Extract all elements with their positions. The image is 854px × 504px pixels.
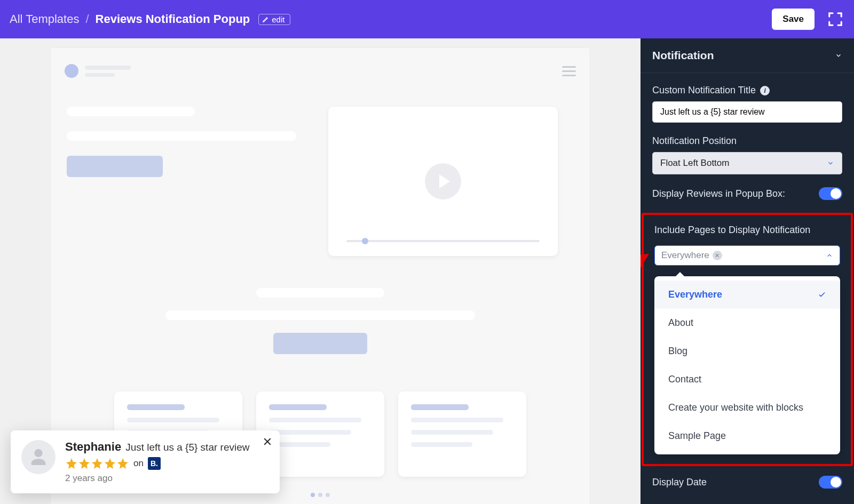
- dropdown-option-about[interactable]: About: [654, 309, 840, 337]
- preview-placeholder: [269, 418, 361, 422]
- star-icon: [78, 457, 91, 470]
- preview-button-placeholder: [67, 156, 163, 177]
- panel-header-notification[interactable]: Notification: [640, 38, 854, 73]
- dropdown-option-blog[interactable]: Blog: [654, 337, 840, 365]
- dropdown-option-contact[interactable]: Contact: [654, 365, 840, 394]
- preview-placeholder: [269, 430, 351, 435]
- dropdown-option-everywhere[interactable]: Everywhere: [654, 281, 840, 309]
- settings-sidebar: Notification Custom Notification Title i…: [640, 38, 854, 504]
- preview-placeholder: [67, 131, 296, 141]
- hamburger-icon: [562, 66, 576, 76]
- app-header: All Templates / Reviews Notification Pop…: [0, 0, 854, 38]
- preview-placeholder: [127, 404, 185, 410]
- panel-title: Notification: [652, 49, 714, 62]
- display-date-toggle[interactable]: [819, 476, 842, 489]
- include-pages-label: Include Pages to Display Notification: [654, 225, 840, 236]
- person-icon: [28, 446, 49, 468]
- include-pages-dropdown: Everywhere About Blog Contact Create you…: [654, 276, 840, 454]
- pencil-icon: [262, 15, 270, 23]
- position-label: Notification Position: [652, 135, 842, 147]
- edit-label: edit: [272, 15, 284, 24]
- star-icon: [65, 457, 78, 470]
- close-popup-button[interactable]: [263, 436, 272, 450]
- custom-title-input[interactable]: [652, 101, 842, 123]
- review-source-label: on: [133, 458, 144, 469]
- review-message: Just left us a {5} star review: [125, 442, 249, 453]
- breadcrumb-separator: /: [85, 12, 89, 26]
- preview-placeholder: [165, 310, 475, 320]
- option-label: About: [668, 317, 693, 329]
- preview-placeholder: [411, 418, 503, 422]
- position-value: Float Left Bottom: [660, 158, 729, 169]
- label-text: Custom Notification Title: [652, 85, 756, 96]
- close-icon: [263, 437, 272, 446]
- chevron-up-icon: [826, 252, 833, 259]
- preview-video-placeholder: [328, 107, 558, 256]
- review-notification-popup: Stephanie Just left us a {5} star review…: [11, 430, 280, 493]
- source-badge: B.: [148, 457, 161, 470]
- play-icon: [425, 163, 461, 199]
- preview-placeholder: [85, 66, 131, 70]
- preview-placeholder: [269, 404, 327, 410]
- chevron-down-icon: [827, 159, 834, 167]
- dropdown-option-sample-page[interactable]: Sample Page: [654, 422, 840, 450]
- svg-line-0: [640, 255, 646, 303]
- include-pages-multiselect[interactable]: Everywhere ✕: [654, 245, 840, 266]
- display-date-label: Display Date: [652, 477, 707, 488]
- preview-placeholder: [67, 107, 195, 116]
- dropdown-option-create-website[interactable]: Create your website with blocks: [654, 394, 840, 422]
- check-icon: [818, 291, 826, 299]
- pagination-dots: [51, 493, 590, 497]
- avatar: [21, 440, 56, 474]
- review-timestamp: 2 years ago: [65, 473, 269, 484]
- preview-placeholder: [411, 404, 469, 410]
- custom-title-label: Custom Notification Title i: [652, 85, 842, 96]
- position-select[interactable]: Float Left Bottom: [652, 152, 842, 174]
- breadcrumb: All Templates / Reviews Notification Pop…: [10, 12, 290, 26]
- preview-placeholder: [127, 418, 219, 422]
- star-icon: [91, 457, 104, 470]
- page-title: Reviews Notification Popup: [96, 12, 250, 26]
- preview-placeholder: [85, 73, 115, 77]
- star-rating: [65, 457, 129, 470]
- selected-chip[interactable]: Everywhere ✕: [661, 250, 722, 261]
- reviewer-name: Stephanie: [65, 440, 121, 454]
- star-icon: [104, 457, 116, 470]
- display-popup-label: Display Reviews in Popup Box:: [652, 188, 785, 199]
- remove-chip-icon[interactable]: ✕: [713, 251, 722, 260]
- option-label: Everywhere: [668, 289, 722, 300]
- chip-label: Everywhere: [661, 250, 709, 261]
- preview-placeholder: [411, 442, 472, 447]
- preview-placeholder: [411, 430, 493, 435]
- option-label: Contact: [668, 374, 701, 385]
- preview-card: [398, 391, 526, 477]
- preview-logo-placeholder: [65, 64, 78, 78]
- preview-placeholder: [256, 288, 384, 298]
- chevron-down-icon: [835, 52, 842, 59]
- fullscreen-button[interactable]: [826, 10, 844, 28]
- breadcrumb-root[interactable]: All Templates: [10, 12, 79, 26]
- option-label: Create your website with blocks: [668, 402, 803, 413]
- annotation-arrow: [640, 252, 652, 306]
- preview-progress: [346, 240, 540, 242]
- star-icon: [116, 457, 129, 470]
- option-label: Blog: [668, 346, 687, 357]
- display-popup-toggle[interactable]: [819, 187, 842, 200]
- edit-title-button[interactable]: edit: [258, 14, 290, 25]
- save-button[interactable]: Save: [772, 9, 815, 30]
- option-label: Sample Page: [668, 430, 726, 442]
- info-icon[interactable]: i: [760, 86, 770, 95]
- preview-button-placeholder: [273, 333, 367, 354]
- fullscreen-icon: [827, 11, 843, 27]
- include-pages-section: Include Pages to Display Notification Ev…: [642, 213, 853, 466]
